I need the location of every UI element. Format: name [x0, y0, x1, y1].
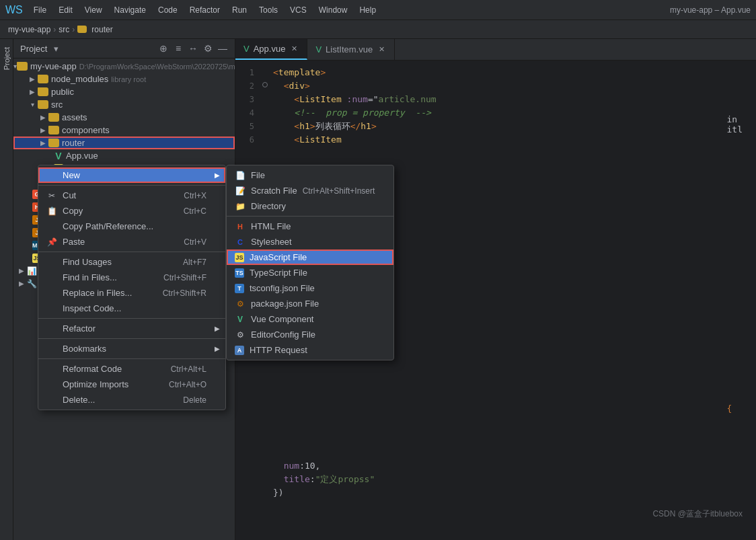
tab-close-app-vue[interactable]: ✕ — [289, 44, 299, 54]
submenu-item-packagejson[interactable]: ⚙ package.json File — [227, 296, 393, 311]
folder-icon-root — [17, 62, 28, 71]
menu-help[interactable]: Help — [354, 4, 381, 16]
breadcrumb-router[interactable]: router — [91, 25, 112, 34]
tree-arrow-scratch[interactable]: ▶ — [16, 280, 27, 287]
tab-listitem-vue[interactable]: V ListItem.vue ✕ — [307, 39, 395, 60]
ctx-label-find-files: Find in Files... — [63, 272, 117, 282]
tab-close-listitem-vue[interactable]: ✕ — [377, 45, 386, 54]
ctx-item-inspect[interactable]: Inspect Code... — [38, 301, 225, 316]
icon-globe[interactable]: ⊕ — [158, 43, 169, 54]
tab-app-vue[interactable]: V App.vue ✕ — [235, 39, 307, 60]
project-tab[interactable]: Project — [1, 42, 13, 75]
tree-item-root[interactable]: ▾ my-vue-app D:\ProgramWorkSpace\WebStor… — [13, 60, 235, 73]
ctx-shortcut-replace-files: Ctrl+Shift+R — [163, 288, 217, 298]
ctx-label-refactor: Refactor — [63, 323, 96, 334]
folder-icon-router — [48, 139, 59, 147]
tree-item-app-vue[interactable]: V App.vue — [13, 149, 235, 162]
ctx-item-delete[interactable]: Delete... Delete — [38, 392, 225, 408]
tree-item-src[interactable]: ▾ src — [13, 98, 235, 111]
ctx-icon-cut: ✂ — [46, 191, 57, 200]
ctx-sep-2 — [38, 252, 225, 252]
ctx-item-optimize[interactable]: Optimize Imports Ctrl+Alt+O — [38, 377, 225, 392]
menu-tools[interactable]: Tools — [254, 4, 283, 16]
menu-edit[interactable]: Edit — [53, 4, 78, 16]
menu-view[interactable]: View — [79, 4, 108, 16]
project-dropdown-icon[interactable]: ▾ — [54, 44, 59, 54]
code-content-5: <h1>列表循环</h1> — [273, 120, 756, 133]
ctx-item-new[interactable]: New — [38, 167, 225, 183]
icon-vue-app: V — [54, 151, 63, 161]
submenu-label-file: File — [251, 170, 265, 180]
context-menu[interactable]: New ✂ Cut Ctrl+X 📋 Copy Ctrl+C Copy Path… — [38, 165, 226, 410]
folder-icon-node-modules — [38, 75, 48, 83]
gutter-2 — [262, 79, 273, 89]
tree-item-assets[interactable]: ▶ assets — [13, 111, 235, 124]
ctx-label-replace-files: Replace in Files... — [63, 288, 132, 298]
ctx-item-refactor[interactable]: Refactor — [38, 321, 225, 336]
submenu-item-tsconfig[interactable]: T tsconfig.json File — [227, 280, 393, 296]
menu-vcs[interactable]: VCS — [285, 4, 312, 16]
menu-window[interactable]: Window — [313, 4, 353, 16]
breadcrumb-root[interactable]: my-vue-app — [8, 25, 50, 34]
tree-arrow-assets[interactable]: ▶ — [38, 114, 48, 121]
ctx-item-paste[interactable]: 📌 Paste Ctrl+V — [38, 234, 225, 249]
icon-minimize[interactable]: — — [217, 43, 228, 54]
ctx-icon-copy: 📋 — [46, 206, 57, 216]
ctx-item-find-usages[interactable]: Find Usages Alt+F7 — [38, 254, 225, 270]
submenu-label-editorconfig: EditorConfig File — [251, 330, 315, 340]
icon-settings[interactable]: ⚙ — [202, 43, 213, 54]
tree-item-router[interactable]: ▶ router — [13, 137, 235, 149]
submenu-item-http[interactable]: A HTTP Request — [227, 342, 393, 358]
breadcrumb-src[interactable]: src — [59, 25, 69, 34]
code-line-6: 6 <ListItem — [235, 133, 756, 147]
tree-arrow-ext[interactable]: ▶ — [16, 267, 27, 274]
line-num-5: 5 — [235, 120, 262, 133]
menu-refactor[interactable]: Refactor — [184, 4, 225, 16]
icon-list[interactable]: ≡ — [173, 43, 184, 54]
icon-sync[interactable]: ↔ — [188, 43, 198, 54]
code-content-4: <!-- prop = property --> — [273, 106, 756, 120]
ctx-item-copy[interactable]: 📋 Copy Ctrl+C — [38, 203, 225, 219]
code-line-bottom-2: title:"定义propss" — [235, 473, 756, 486]
submenu-item-editorconfig[interactable]: ⚙ EditorConfig File — [227, 327, 393, 342]
tree-arrow-components[interactable]: ▶ — [38, 126, 48, 134]
menu-run[interactable]: Run — [227, 4, 252, 16]
menu-file[interactable]: File — [28, 4, 52, 16]
tree-arrow-public[interactable]: ▶ — [27, 88, 38, 95]
ctx-shortcut-cut: Ctrl+X — [184, 191, 217, 200]
tree-arrow-router[interactable]: ▶ — [38, 139, 48, 147]
code-bottom: num:10, title:"定义propss" }) — [235, 459, 756, 500]
ctx-item-find-files[interactable]: Find in Files... Ctrl+Shift+F — [38, 270, 225, 285]
tree-item-public[interactable]: ▶ public — [13, 85, 235, 98]
tree-arrow-src[interactable]: ▾ — [27, 101, 38, 108]
ctx-item-replace-files[interactable]: Replace in Files... Ctrl+Shift+R — [38, 285, 225, 301]
tree-arrow-node-modules[interactable]: ▶ — [27, 75, 38, 83]
submenu-item-vue[interactable]: V Vue Component — [227, 311, 393, 327]
submenu-label-scratch: Scratch File — [251, 186, 297, 196]
tree-label-public: public — [51, 87, 74, 97]
tree-label-components: components — [62, 125, 110, 135]
submenu-label-http: HTTP Request — [250, 345, 307, 355]
submenu-icon-stylesheet: C — [235, 238, 245, 246]
submenu-item-directory[interactable]: 📁 Directory — [227, 198, 393, 214]
tree-item-components[interactable]: ▶ components — [13, 124, 235, 137]
submenu-item-scratch[interactable]: 📝 Scratch File Ctrl+Alt+Shift+Insert — [227, 183, 393, 198]
line-num-2: 2 — [235, 79, 262, 93]
submenu-item-html[interactable]: H HTML File — [227, 219, 393, 234]
ctx-item-bookmarks[interactable]: Bookmarks — [38, 341, 225, 356]
submenu-new[interactable]: 📄 File 📝 Scratch File Ctrl+Alt+Shift+Ins… — [226, 165, 394, 360]
code-right-extras: in itl { — [727, 114, 743, 414]
submenu-item-stylesheet[interactable]: C Stylesheet — [227, 234, 393, 249]
submenu-item-file[interactable]: 📄 File — [227, 167, 393, 183]
submenu-item-ts[interactable]: TS TypeScript File — [227, 265, 393, 280]
ctx-item-reformat[interactable]: Reformat Code Ctrl+Alt+L — [38, 361, 225, 377]
submenu-icon-tsconfig: T — [235, 284, 244, 293]
ctx-item-cut[interactable]: ✂ Cut Ctrl+X — [38, 188, 225, 203]
menu-navigate[interactable]: Navigate — [109, 4, 151, 16]
submenu-item-js-file[interactable]: JS JavaScript File — [227, 249, 393, 265]
ctx-label-copy-path: Copy Path/Reference... — [63, 221, 153, 231]
tree-item-node-modules[interactable]: ▶ node_modules library root — [13, 73, 235, 85]
gutter-dot-2 — [262, 82, 268, 87]
ctx-item-copy-path[interactable]: Copy Path/Reference... — [38, 219, 225, 234]
menu-code[interactable]: Code — [153, 4, 183, 16]
